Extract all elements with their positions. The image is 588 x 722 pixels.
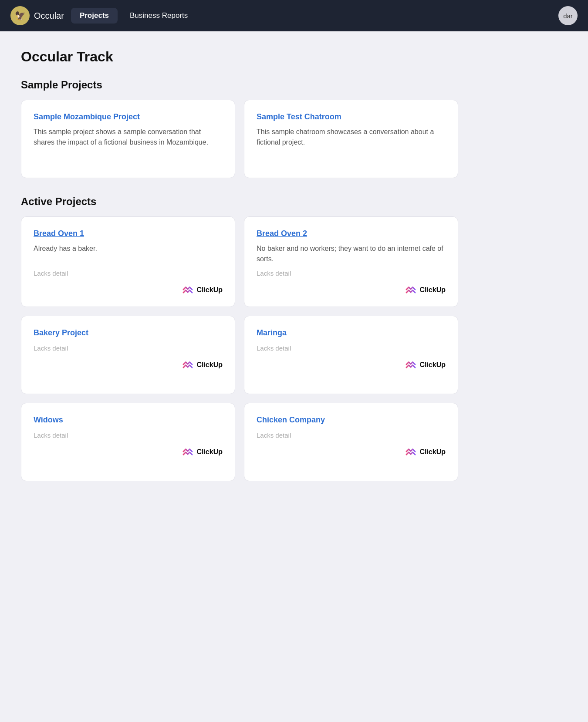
card-desc-mozambique: This sample project shows a sample conve…: [34, 127, 223, 167]
clickup-icon-1: [182, 284, 194, 296]
clickup-icon-3: [182, 359, 194, 371]
clickup-logo-2: ClickUp: [405, 284, 446, 296]
nav-business-reports[interactable]: Business Reports: [121, 8, 196, 24]
clickup-icon-5: [182, 446, 194, 458]
clickup-logo-1: ClickUp: [182, 284, 223, 296]
clickup-label-5: ClickUp: [196, 448, 223, 456]
card-chicken-company: Chicken Company Lacks detail: [244, 403, 458, 481]
clickup-logo-5: ClickUp: [182, 446, 223, 458]
card-title-bakery[interactable]: Bakery Project: [34, 328, 223, 337]
logo-icon: 🦅: [10, 6, 30, 25]
card-bread-oven-2: Bread Oven 2 No baker and no workers; th…: [244, 216, 458, 307]
logo-text: Occular: [34, 11, 64, 21]
clickup-label-2: ClickUp: [419, 286, 446, 294]
clickup-label-3: ClickUp: [196, 361, 223, 369]
card-lacks-maringa: Lacks detail: [257, 344, 446, 352]
nav-projects[interactable]: Projects: [71, 8, 118, 24]
active-section-title: Active Projects: [21, 196, 458, 208]
user-avatar[interactable]: dar: [558, 6, 578, 25]
logo[interactable]: 🦅 Occular: [10, 6, 64, 25]
card-lacks-bakery: Lacks detail: [34, 344, 223, 352]
card-bakery-project: Bakery Project Lacks detail: [21, 316, 235, 394]
card-title-widows[interactable]: Widows: [34, 415, 223, 425]
sample-section-title: Sample Projects: [21, 79, 458, 91]
sample-projects-grid: Sample Mozambique Project This sample pr…: [21, 100, 458, 178]
card-title-maringa[interactable]: Maringa: [257, 328, 446, 337]
clickup-logo-3: ClickUp: [182, 359, 223, 371]
clickup-logo-6: ClickUp: [405, 446, 446, 458]
card-desc-bread-oven-2: No baker and no workers; they want to do…: [257, 243, 446, 264]
card-lacks-bread-oven-1: Lacks detail: [34, 270, 223, 277]
card-title-bread-oven-2[interactable]: Bread Oven 2: [257, 229, 446, 238]
card-sample-chatroom: Sample Test Chatroom This sample chatroo…: [244, 100, 458, 178]
card-sample-mozambique: Sample Mozambique Project This sample pr…: [21, 100, 235, 178]
card-lacks-widows: Lacks detail: [34, 432, 223, 439]
card-footer-bread-oven-1: ClickUp: [34, 284, 223, 296]
clickup-logo-4: ClickUp: [405, 359, 446, 371]
card-lacks-chicken-company: Lacks detail: [257, 432, 446, 439]
card-widows: Widows Lacks detail: [21, 403, 235, 481]
clickup-label-4: ClickUp: [419, 361, 446, 369]
card-footer-chicken-company: ClickUp: [257, 446, 446, 458]
card-title-chatroom[interactable]: Sample Test Chatroom: [257, 112, 446, 121]
card-title-mozambique[interactable]: Sample Mozambique Project: [34, 112, 223, 121]
card-lacks-bread-oven-2: Lacks detail: [257, 270, 446, 277]
clickup-icon-6: [405, 446, 417, 458]
card-footer-widows: ClickUp: [34, 446, 223, 458]
card-title-bread-oven-1[interactable]: Bread Oven 1: [34, 229, 223, 238]
clickup-icon-4: [405, 359, 417, 371]
card-footer-bakery: ClickUp: [34, 359, 223, 371]
card-desc-chatroom: This sample chatroom showcases a convers…: [257, 127, 446, 167]
clickup-label-6: ClickUp: [419, 448, 446, 456]
clickup-label-1: ClickUp: [196, 286, 223, 294]
card-title-chicken-company[interactable]: Chicken Company: [257, 415, 446, 425]
card-desc-bread-oven-1: Already has a baker.: [34, 243, 223, 264]
card-bread-oven-1: Bread Oven 1 Already has a baker. Lacks …: [21, 216, 235, 307]
active-projects-grid: Bread Oven 1 Already has a baker. Lacks …: [21, 216, 458, 481]
navbar: 🦅 Occular Projects Business Reports dar: [0, 0, 588, 31]
card-footer-bread-oven-2: ClickUp: [257, 284, 446, 296]
card-footer-maringa: ClickUp: [257, 359, 446, 371]
clickup-icon-2: [405, 284, 417, 296]
main-content: Occular Track Sample Projects Sample Moz…: [0, 31, 479, 516]
page-title: Occular Track: [21, 49, 458, 65]
card-maringa: Maringa Lacks detail: [244, 316, 458, 394]
